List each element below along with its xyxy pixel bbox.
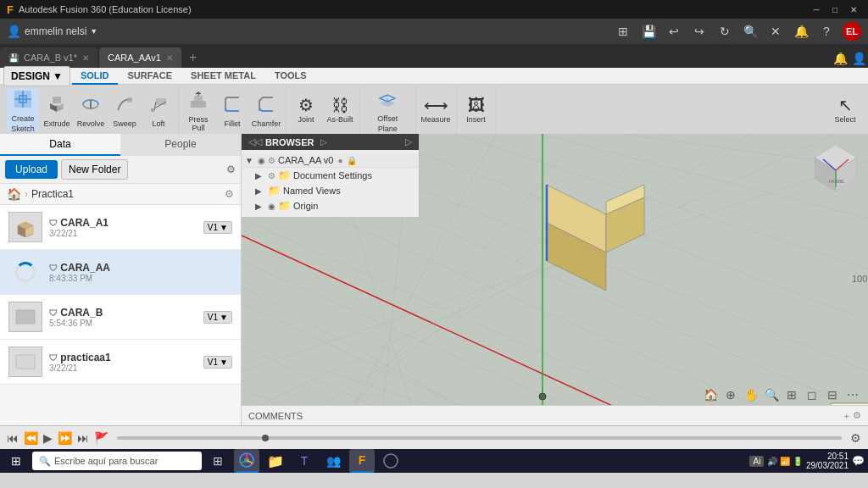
offset-plane-button[interactable]: Offset Plane bbox=[371, 88, 403, 132]
viewcube-svg[interactable]: HOME bbox=[810, 141, 861, 191]
grid-toggle-icon[interactable]: ⊟ bbox=[824, 386, 841, 403]
browser-toggle-icon[interactable]: ◁◁ bbox=[248, 136, 262, 147]
new-folder-button[interactable]: New Folder bbox=[61, 159, 128, 180]
tab-sheet-metal[interactable]: SHEET METAL bbox=[182, 68, 264, 85]
search-icon[interactable]: 🔍 bbox=[741, 22, 760, 41]
timeline-start-icon[interactable]: ⏮ bbox=[7, 431, 19, 445]
create-sketch-button[interactable]: Create Sketch bbox=[7, 88, 39, 132]
browser-tree-item[interactable]: ▶ 📁 Named Views bbox=[242, 183, 419, 198]
tab-surface[interactable]: SURFACE bbox=[120, 68, 181, 85]
timeline-next-icon[interactable]: ⏩ bbox=[58, 431, 72, 445]
tab-cara-aa[interactable]: CARA_AAv1 ✕ bbox=[99, 47, 181, 68]
pan-icon[interactable]: ✋ bbox=[743, 386, 760, 403]
timeline-prev-icon[interactable]: ⏪ bbox=[24, 431, 38, 445]
grid-menu-icon[interactable]: ⊞ bbox=[614, 22, 632, 41]
panel-tab-people[interactable]: People bbox=[120, 134, 241, 156]
close-panel-icon[interactable]: ✕ bbox=[766, 22, 785, 41]
timeline-position-marker[interactable] bbox=[262, 435, 269, 441]
viewcube[interactable]: HOME bbox=[810, 141, 861, 191]
comments-settings-icon[interactable]: ⚙ bbox=[853, 410, 861, 421]
fillet-button[interactable]: Fillet bbox=[216, 88, 248, 132]
taskbar-teams2-icon[interactable]: 👥 bbox=[320, 449, 346, 473]
file-version[interactable]: V1 ▼ bbox=[203, 221, 232, 234]
account-icon[interactable]: EL bbox=[843, 22, 861, 41]
visibility-icon[interactable]: ◉ bbox=[268, 202, 275, 211]
tab-cara-b-close[interactable]: ✕ bbox=[82, 53, 89, 63]
tab-tools[interactable]: TOOLS bbox=[266, 68, 315, 85]
notification-button[interactable]: 💬 bbox=[852, 455, 865, 467]
refresh-icon[interactable]: ↻ bbox=[715, 22, 734, 41]
root-expand-icon[interactable]: ▼ bbox=[245, 156, 255, 165]
item-expand-icon[interactable]: ▶ bbox=[255, 171, 265, 180]
home-view-icon[interactable]: 🏠 bbox=[702, 386, 719, 403]
user-area[interactable]: 👤 emmelin nelsi ▼ bbox=[7, 25, 97, 38]
breadcrumb-item[interactable]: Practica1 bbox=[31, 188, 74, 200]
add-tab-button[interactable]: + bbox=[183, 47, 203, 68]
select-button[interactable]: ↖ Select bbox=[829, 88, 861, 132]
orbit-icon[interactable]: ⊕ bbox=[722, 386, 739, 403]
item-expand-icon[interactable]: ▶ bbox=[255, 202, 265, 211]
upload-button[interactable]: Upload bbox=[5, 160, 58, 179]
design-dropdown[interactable]: DESIGN ▼ bbox=[3, 66, 70, 86]
insert-image-button[interactable]: 🖼 Insert bbox=[460, 88, 492, 132]
taskbar-fusion-icon[interactable]: F bbox=[349, 449, 375, 473]
fit-icon[interactable]: ⊞ bbox=[783, 386, 800, 403]
browser-tree-item[interactable]: ▶ ◉ 📁 Origin bbox=[242, 198, 419, 214]
file-version[interactable]: V1 ▼ bbox=[203, 356, 232, 369]
press-pull-button[interactable]: Press Pull bbox=[182, 88, 214, 132]
tab-solid[interactable]: SOLID bbox=[72, 68, 118, 85]
extrude-button[interactable]: Extrude bbox=[41, 88, 73, 132]
taskbar-chrome-icon[interactable] bbox=[234, 449, 259, 473]
maximize-button[interactable]: □ bbox=[827, 3, 843, 16]
file-version[interactable]: V1 ▼ bbox=[203, 311, 232, 324]
comments-toggle-icon[interactable]: + bbox=[844, 411, 849, 421]
notification-dot-icon[interactable]: 🔔 bbox=[831, 49, 849, 68]
file-item[interactable]: 🛡 CARA_AA 8:43:33 PM bbox=[0, 250, 241, 295]
help-icon[interactable]: ? bbox=[817, 22, 836, 41]
panel-tab-data[interactable]: Data bbox=[0, 134, 120, 156]
save-icon[interactable]: 💾 bbox=[639, 22, 658, 41]
clock[interactable]: 20:51 29/03/2021 bbox=[806, 452, 849, 470]
joint-button[interactable]: ⚙ Joint bbox=[290, 88, 322, 132]
start-button[interactable]: ⊞ bbox=[3, 449, 29, 473]
close-button[interactable]: ✕ bbox=[846, 3, 861, 16]
tab-cara-aa-close[interactable]: ✕ bbox=[166, 53, 173, 63]
breadcrumb-settings-icon[interactable]: ⚙ bbox=[225, 188, 234, 200]
panel-settings-icon[interactable]: ⚙ bbox=[226, 164, 236, 175]
browser-root-item[interactable]: ▼ ◉ ⚙ CARA_AA v0 ● 🔒 bbox=[242, 153, 419, 168]
taskbar-explorer-icon[interactable]: 📁 bbox=[263, 449, 288, 473]
undo-icon[interactable]: ↩ bbox=[665, 22, 683, 41]
timeline-marker-icon[interactable]: 🚩 bbox=[94, 431, 108, 445]
file-item[interactable]: 🛡 CARA_A1 3/22/21 V1 ▼ bbox=[0, 205, 241, 250]
timeline-track[interactable] bbox=[117, 436, 842, 440]
notification-icon[interactable]: 🔔 bbox=[792, 22, 810, 41]
item-expand-icon[interactable]: ▶ bbox=[255, 186, 265, 196]
file-item[interactable]: 🛡 practicaa1 3/22/21 V1 ▼ bbox=[0, 340, 241, 385]
taskbar-teams-icon[interactable]: T bbox=[292, 449, 317, 473]
loft-button[interactable]: Loft bbox=[142, 88, 175, 132]
zoom-icon[interactable]: 🔍 bbox=[763, 386, 780, 403]
file-item[interactable]: 🛡 CARA_B 5:54:36 PM V1 ▼ bbox=[0, 295, 241, 340]
measure-button[interactable]: ⟷ Measure bbox=[420, 88, 452, 132]
timeline-play-icon[interactable]: ▶ bbox=[43, 431, 53, 445]
timeline-settings-icon[interactable]: ⚙ bbox=[850, 431, 861, 445]
sweep-button[interactable]: Sweep bbox=[108, 88, 141, 132]
minimize-button[interactable]: ─ bbox=[809, 3, 824, 16]
browser-tree-item[interactable]: ▶ ⚙ 📁 Document Settings bbox=[242, 168, 419, 183]
redo-icon[interactable]: ↪ bbox=[690, 22, 709, 41]
viewport[interactable]: 100 120 50 Select a plane or planar face… bbox=[242, 134, 868, 425]
root-settings-icon[interactable]: ⚙ bbox=[268, 156, 275, 165]
timeline-end-icon[interactable]: ⏭ bbox=[77, 431, 89, 445]
taskbar-browser-icon[interactable] bbox=[378, 449, 403, 473]
taskbar-search[interactable]: 🔍 Escribe aquí para buscar bbox=[32, 452, 202, 470]
taskbar-apps-icon[interactable]: ⊞ bbox=[205, 449, 231, 473]
revolve-button[interactable]: Revolve bbox=[75, 88, 107, 132]
more-icon[interactable]: ⋯ bbox=[844, 386, 861, 403]
display-mode-icon[interactable]: ◻ bbox=[804, 386, 821, 403]
home-icon[interactable]: 🏠 bbox=[7, 187, 21, 201]
asbuilt-joint-button[interactable]: ⛓ As-Built bbox=[324, 88, 356, 132]
chamfer-button[interactable]: Chamfer bbox=[250, 88, 282, 132]
tab-cara-b[interactable]: 💾 CARA_B v1* ✕ bbox=[0, 47, 97, 68]
browser-collapse-icon[interactable]: ▷ bbox=[405, 136, 412, 147]
visibility-icon[interactable]: ◉ bbox=[258, 156, 265, 165]
